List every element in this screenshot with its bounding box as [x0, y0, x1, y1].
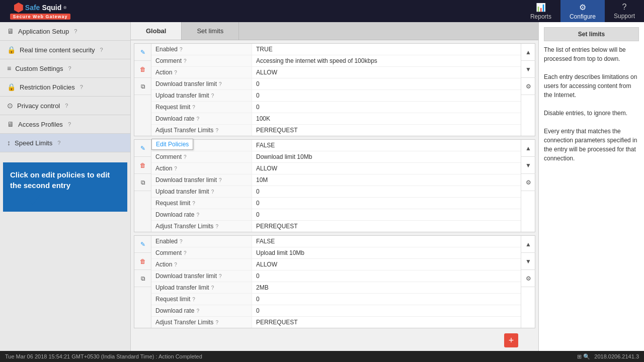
sidebar-item-application-setup[interactable]: 🖥 Application Setup ? [0, 22, 130, 41]
table-row: Adjust Transfer Limits ? PERREQUEST [151, 317, 521, 328]
real-time-icon: 🔒 [7, 46, 16, 54]
field-label-dl-rate: Download rate ? [151, 305, 252, 316]
entry-2-copy-button[interactable]: ⧉ [134, 174, 151, 191]
table-row: Action ? ALLOW [151, 259, 521, 270]
entry-3-delete-button[interactable]: 🗑 [134, 253, 151, 270]
field-value-req-limit: 0 [252, 102, 521, 113]
help-icon: ? [184, 58, 187, 64]
help-icon: ? [211, 93, 214, 99]
entry-2-down-button[interactable]: ▼ [521, 157, 535, 174]
entry-3-edit-button[interactable]: ✎ [134, 236, 151, 253]
entry-1-edit-button[interactable]: ✎ [134, 44, 151, 61]
header-nav: 📊 Reports ⚙ Configure ? Support [521, 0, 644, 22]
entry-1-settings-button[interactable]: ⚙ [521, 78, 535, 95]
sidebar-item-custom-settings[interactable]: ≡ Custom Settings ? [0, 59, 130, 78]
table-row: Action ? ALLOW [151, 67, 521, 78]
nav-support[interactable]: ? Support [605, 0, 644, 22]
right-panel: Set limits The list of entries below wil… [538, 22, 644, 351]
field-label-ul-limit: Upload transfer limit ? [151, 186, 252, 197]
sidebar-item-access-profiles[interactable]: 🖥 Access Profiles ? [0, 115, 130, 134]
entry-2-actions: ✎ Edit Policies 🗑 ⧉ [134, 140, 151, 232]
entry-2-data: Enabled ? FALSE Comment ? Download limit… [151, 140, 521, 232]
help-icon: ? [184, 154, 187, 160]
table-row: Comment ? Accessing the internet with sp… [151, 55, 521, 67]
edit-policies-tooltip: Edit Policies [151, 139, 193, 150]
table-row: Action ? ALLOW [151, 163, 521, 174]
help-icon: ? [219, 274, 222, 279]
entry-3-down-button[interactable]: ▼ [521, 253, 535, 270]
field-value-dl-limit: 0 [252, 270, 521, 282]
field-label-adjust: Adjust Transfer Limits ? [151, 125, 252, 136]
help-icon: ? [174, 166, 177, 171]
help-icon: ? [211, 189, 214, 195]
sidebar: 🖥 Application Setup ? 🔒 Real time conten… [0, 22, 131, 351]
entry-1-down-button[interactable]: ▼ [521, 61, 535, 78]
entry-3: ✎ 🗑 ⧉ Enabled ? FALSE Comment ? Upload l… [134, 235, 535, 328]
table-row: Download transfer limit ? 0 [151, 270, 521, 282]
table-row: Download rate ? 100K [151, 113, 521, 125]
help-icon: ? [196, 212, 199, 218]
table-row: Download rate ? 0 [151, 305, 521, 317]
add-entry-button[interactable]: + [504, 333, 518, 347]
field-value-req-limit: 0 [252, 198, 521, 209]
entry-2-settings-button[interactable]: ⚙ [521, 174, 535, 191]
tab-set-limits[interactable]: Set limits [182, 22, 239, 40]
application-setup-icon: 🖥 [7, 27, 14, 35]
sidebar-item-real-time[interactable]: 🔒 Real time content security ? [0, 41, 130, 59]
entry-1-up-button[interactable]: ▲ [521, 44, 535, 61]
restriction-icon: 🔒 [7, 83, 16, 91]
field-label-adjust: Adjust Transfer Limits ? [151, 221, 252, 232]
entry-2-edit-button[interactable]: ✎ Edit Policies [134, 140, 151, 157]
table-row: Request limit ? 0 [151, 294, 521, 305]
logo: SafeSquid® Secure Web Gateway [5, 2, 75, 20]
logo-tagline: Secure Web Gateway [10, 14, 71, 20]
help-icon: ? [219, 177, 222, 183]
entry-1-actions: ✎ 🗑 ⧉ [134, 44, 151, 136]
annotation-text: Click on edit policies to edit the secon… [10, 170, 110, 190]
bottom-bar: Tue Mar 06 2018 15:54:21 GMT+0530 (India… [0, 351, 644, 362]
field-label-req-limit: Request limit ? [151, 294, 252, 305]
help-icon: ? [192, 297, 195, 302]
right-panel-title: Set limits [544, 27, 639, 41]
field-value-adjust: PERREQUEST [252, 317, 521, 328]
help-icon: ? [180, 239, 183, 244]
entry-3-copy-button[interactable]: ⧉ [134, 270, 151, 287]
sidebar-item-speed-limits[interactable]: ↕ Speed Limits ? [0, 134, 130, 152]
help-icon: ? [184, 250, 187, 256]
sidebar-label-privacy: Privacy control [17, 102, 60, 110]
field-value-action: ALLOW [252, 67, 521, 78]
field-label-comment: Comment ? [151, 151, 252, 162]
entry-1-copy-button[interactable]: ⧉ [134, 78, 151, 95]
sidebar-item-privacy-control[interactable]: ⊙ Privacy control ? [0, 97, 130, 115]
entry-3-up-button[interactable]: ▲ [521, 236, 535, 253]
field-label-action: Action ? [151, 163, 252, 174]
field-value-dl-rate: 0 [252, 305, 521, 316]
nav-reports[interactable]: 📊 Reports [521, 0, 560, 22]
sidebar-label-custom-settings: Custom Settings [15, 65, 63, 72]
entry-2-up-button[interactable]: ▲ [521, 140, 535, 157]
bottom-icons: ⊞ 🔍 [577, 353, 590, 360]
field-label-comment: Comment ? [151, 247, 252, 258]
entry-1-delete-button[interactable]: 🗑 [134, 61, 151, 78]
nav-configure[interactable]: ⚙ Configure [560, 0, 605, 22]
custom-settings-help-icon: ? [68, 65, 71, 71]
right-panel-text: The list of entries below will be proces… [544, 45, 639, 163]
field-value-ul-limit: 0 [252, 90, 521, 101]
support-icon: ? [622, 3, 627, 12]
field-value-ul-limit: 2MB [252, 282, 521, 293]
help-icon: ? [196, 116, 199, 122]
entry-2-delete-button[interactable]: 🗑 [134, 157, 151, 174]
field-value-comment: Accessing the internet with speed of 100… [252, 55, 521, 66]
sidebar-label-application-setup: Application Setup [18, 28, 69, 35]
table-row: Request limit ? 0 [151, 198, 521, 209]
sidebar-item-restriction-policies[interactable]: 🔒 Restriction Policies ? [0, 78, 130, 97]
field-value-dl-limit: 0 [252, 78, 521, 89]
table-row: Enabled ? TRUE [151, 44, 521, 55]
field-value-comment: Download limit 10Mb [252, 151, 521, 162]
field-label-action: Action ? [151, 67, 252, 78]
tab-global[interactable]: Global [131, 22, 182, 40]
table-row: Download transfer limit ? 10M [151, 174, 521, 186]
field-label-ul-limit: Upload transfer limit ? [151, 282, 252, 293]
entry-3-settings-button[interactable]: ⚙ [521, 270, 535, 287]
logo-area: SafeSquid® Secure Web Gateway [0, 2, 80, 20]
